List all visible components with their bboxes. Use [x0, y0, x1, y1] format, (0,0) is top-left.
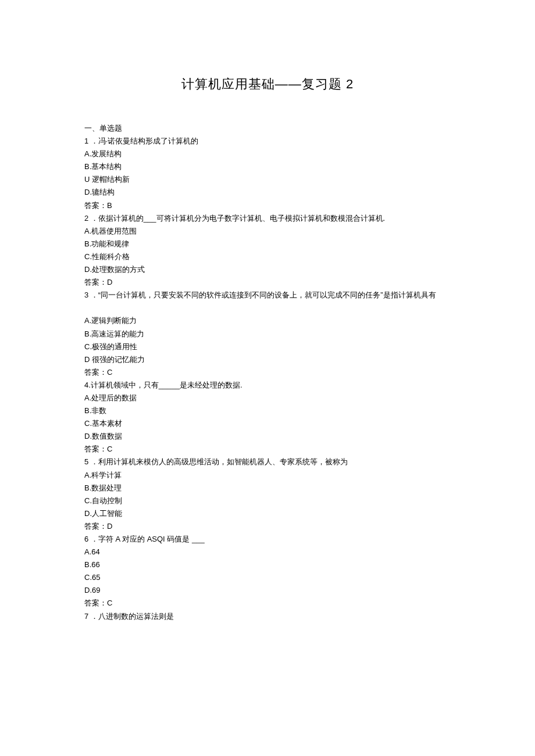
question-stem: 3 ．“同一台计算机，只要安装不同的软件或连接到不同的设备上，就可以完成不同的任…	[84, 289, 451, 302]
question-block: 4.计算机领域中，只有_____是未经处理的数据. A.处理后的数据 B.非数 …	[84, 379, 451, 456]
section-heading: 一、单选题	[84, 122, 451, 135]
option-a: A.科学计算	[84, 469, 451, 482]
option-d: D.辘结构	[84, 186, 451, 199]
option-c: U 逻帽结构新	[84, 173, 451, 186]
option-a: A.发展结构	[84, 148, 451, 160]
option-b: B.功能和规律	[84, 238, 451, 250]
option-c: C.极强的通用性	[84, 341, 451, 353]
option-c: C.自动控制	[84, 495, 451, 507]
question-block: 6 ．字符 A 对应的 ASQI 码值是 ___ A.64 B.66 C.65 …	[84, 533, 451, 610]
option-c: C.65	[84, 571, 451, 584]
option-b: B.数据处理	[84, 482, 451, 495]
option-b: B.基本结构	[84, 160, 451, 173]
answer-line: 答案：C	[84, 443, 451, 456]
question-block: 7 ．八进制数的运算法则是	[84, 610, 451, 623]
answer-line: 答案：B	[84, 199, 451, 212]
option-d: D.数值数据	[84, 430, 451, 443]
question-block: 2 ．依据计算机的___可将计算机分为电子数字计算机、电子模拟计算机和数模混合计…	[84, 212, 451, 289]
question-block: 3 ．“同一台计算机，只要安装不同的软件或连接到不同的设备上，就可以完成不同的任…	[84, 289, 451, 379]
option-a: A.64	[84, 546, 451, 558]
document-page: 计算机应用基础——复习题 2 一、单选题 1 ．冯·诺依曼结构形成了计算机的 A…	[0, 0, 535, 681]
option-d: D.人工智能	[84, 507, 451, 520]
blank-line	[84, 302, 451, 314]
page-title: 计算机应用基础——复习题 2	[84, 76, 451, 93]
question-stem: 2 ．依据计算机的___可将计算机分为电子数字计算机、电子模拟计算机和数模混合计…	[84, 212, 451, 225]
option-d: D.69	[84, 584, 451, 597]
option-a: A.机器使用范围	[84, 225, 451, 238]
question-block: 1 ．冯·诺依曼结构形成了计算机的 A.发展结构 B.基本结构 U 逻帽结构新 …	[84, 135, 451, 212]
answer-line: 答案：C	[84, 366, 451, 379]
option-c: C.性能科介格	[84, 250, 451, 263]
answer-line: 答案：D	[84, 520, 451, 533]
question-stem: 4.计算机领域中，只有_____是未经处理的数据.	[84, 379, 451, 392]
answer-line: 答案：D	[84, 276, 451, 289]
option-d: D 很强的记忆能力	[84, 353, 451, 366]
option-a: A.处理后的数据	[84, 392, 451, 404]
answer-line: 答案：C	[84, 597, 451, 610]
question-stem: 1 ．冯·诺依曼结构形成了计算机的	[84, 135, 451, 148]
option-b: B.高速运算的能力	[84, 328, 451, 341]
option-b: B.66	[84, 558, 451, 571]
question-stem: 5 ．利用计算机来模仿人的高级思维活动，如智能机器人、专家系统等，被称为	[84, 456, 451, 468]
option-b: B.非数	[84, 404, 451, 417]
question-stem: 6 ．字符 A 对应的 ASQI 码值是 ___	[84, 533, 451, 546]
option-d: D.处理数据的方式	[84, 263, 451, 276]
question-block: 5 ．利用计算机来模仿人的高级思维活动，如智能机器人、专家系统等，被称为 A.科…	[84, 456, 451, 533]
option-c: C.基本素材	[84, 417, 451, 430]
option-a: A.逻辑判断能力	[84, 314, 451, 327]
question-stem: 7 ．八进制数的运算法则是	[84, 610, 451, 623]
